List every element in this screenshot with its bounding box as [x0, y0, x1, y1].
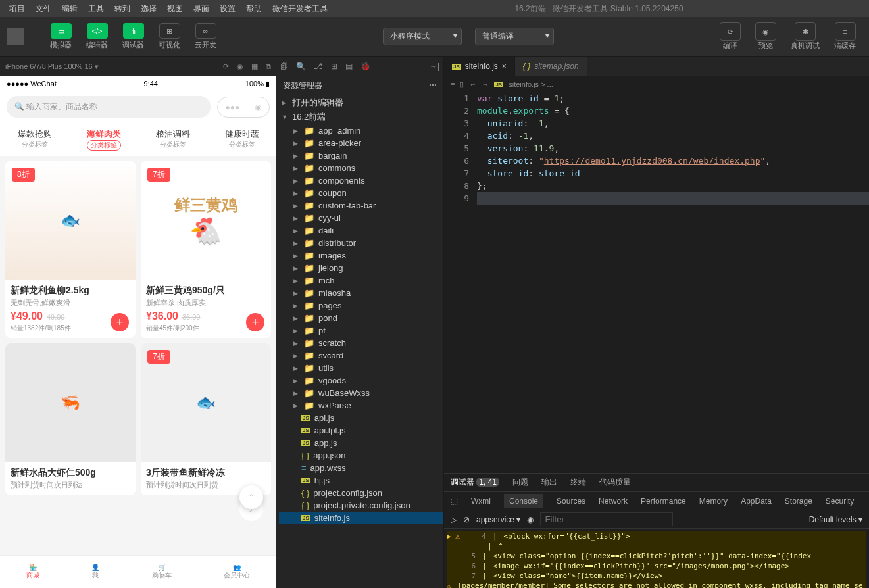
folder-item[interactable]: ▶📁images [279, 249, 443, 262]
play-icon[interactable]: ▷ [451, 515, 457, 524]
folder-item[interactable]: ▶📁utils [279, 362, 443, 374]
eye-icon[interactable]: ◉ [527, 515, 534, 524]
file-item[interactable]: JShj.js [279, 474, 443, 487]
debug-tab[interactable]: 代码质量 [599, 477, 631, 488]
folder-item[interactable]: ▶📁vgoods [279, 374, 443, 387]
extensions-icon[interactable]: ⊞ [331, 62, 337, 71]
debug-tab[interactable]: 终端 [570, 477, 586, 488]
folder-item[interactable]: ▶📁pt [279, 324, 443, 337]
file-item[interactable]: JSapi.tpl.js [279, 424, 443, 437]
folder-item[interactable]: ▶📁commons [279, 162, 443, 174]
folder-item[interactable]: ▶📁mch [279, 274, 443, 287]
folder-item[interactable]: ▶📁coupon [279, 187, 443, 199]
file-item[interactable]: { }project.config.json [279, 487, 443, 499]
menu-item[interactable]: 界面 [188, 3, 214, 14]
nav-member[interactable]: 👥会员中心 [224, 564, 250, 580]
folder-item[interactable]: ▶📁pond [279, 312, 443, 324]
avatar[interactable] [7, 28, 24, 45]
refresh-icon[interactable]: ⟳ [223, 62, 229, 71]
folder-item[interactable]: ▶📁scratch [279, 337, 443, 349]
file-item[interactable]: JSsiteinfo.js [279, 512, 443, 524]
project-root[interactable]: ▼16.2前端 [276, 110, 443, 124]
editor-tab-siteinfo[interactable]: JSsiteinfo.js× [444, 57, 515, 76]
nav-me[interactable]: 👤我 [91, 564, 99, 580]
dev-tab-security[interactable]: Security [826, 497, 854, 506]
folder-item[interactable]: ▶📁area-picker [279, 137, 443, 149]
folder-item[interactable]: ▶📁wuBaseWxss [279, 387, 443, 399]
menu-item[interactable]: 选择 [136, 3, 162, 14]
editor-tab-sitemap[interactable]: { }sitemap.json [515, 57, 587, 76]
cat-tab-1[interactable]: 海鲜肉类分类标签 [87, 128, 121, 151]
more-icon[interactable]: ⋯ [429, 80, 437, 91]
folder-item[interactable]: ▶📁app_admin [279, 124, 443, 137]
dev-tab-appdata[interactable]: AppData [741, 497, 772, 506]
debug-tab[interactable]: 输出 [541, 477, 557, 488]
folder-item[interactable]: ▶📁distributor [279, 237, 443, 249]
popout-icon[interactable]: ⧉ [266, 62, 271, 71]
collapse-icon[interactable]: →| [430, 62, 439, 71]
cloud-button[interactable]: ∞云开发 [188, 20, 223, 53]
menu-item[interactable]: 项目 [4, 3, 30, 14]
inspect-icon[interactable]: ⬚ [451, 497, 458, 506]
file-item[interactable]: JSapi.js [279, 412, 443, 424]
device-selector[interactable]: iPhone 6/7/8 Plus 100% 16 ▾ [5, 62, 99, 71]
folder-item[interactable]: ▶📁miaosha [279, 287, 443, 299]
panel-icon[interactable]: ▤ [345, 62, 353, 71]
file-item[interactable]: ≡app.wxss [279, 462, 443, 474]
dev-tab-sources[interactable]: Sources [557, 497, 585, 506]
search-icon[interactable]: 🔍 [296, 62, 306, 71]
preview-button[interactable]: ◉预览 [749, 20, 783, 53]
close-icon[interactable]: × [502, 62, 507, 71]
file-item[interactable]: { }project.private.config.json [279, 499, 443, 512]
folder-item[interactable]: ▶📁pages [279, 299, 443, 312]
menu-item[interactable]: 文件 [30, 3, 57, 14]
menu-item[interactable]: 工具 [83, 3, 109, 14]
mode-dropdown[interactable]: 小程序模式 [383, 28, 462, 45]
context-dropdown[interactable]: appservice ▾ [476, 515, 520, 524]
folder-item[interactable]: ▶📁cyy-ui [279, 212, 443, 224]
console-output[interactable]: ▶ ⚠4| <block wx:for="{{cat_list}}"> | ^ … [444, 529, 869, 588]
folder-item[interactable]: ▶📁jielong [279, 262, 443, 274]
dev-tab-network[interactable]: Network [599, 497, 628, 506]
compile-dropdown[interactable]: 普通编译 [475, 28, 554, 45]
bookmark-icon[interactable]: ▯ [460, 80, 464, 89]
product-card[interactable]: 8折 🐟 新鲜龙利鱼柳2.5kg 无刺无骨,鲜嫩爽滑 ¥49.0049.00 销… [5, 161, 136, 338]
folder-item[interactable]: ▶📁bargain [279, 149, 443, 162]
folder-item[interactable]: ▶📁svcard [279, 349, 443, 362]
product-card[interactable]: 7折 🐟 3斤装带鱼新鲜冷冻 预计到货时间次日到货 [141, 343, 271, 495]
editor-button[interactable]: </>编辑器 [80, 20, 114, 53]
list-icon[interactable]: ≡ [451, 80, 455, 88]
debug-tab-debugger[interactable]: 调试器 1, 41 [451, 477, 499, 488]
dev-tab-console[interactable]: Console [504, 494, 543, 508]
files-icon[interactable]: 🗐 [280, 62, 288, 71]
file-item[interactable]: JSapp.js [279, 437, 443, 449]
nav-cart[interactable]: 🛒购物车 [152, 564, 172, 580]
add-to-cart-button[interactable]: + [111, 313, 129, 331]
folder-item[interactable]: ▶📁components [279, 174, 443, 187]
folder-item[interactable]: ▶📁daili [279, 224, 443, 237]
scan-icon[interactable]: ▦ [251, 62, 258, 71]
debug-tab[interactable]: 问题 [512, 477, 528, 488]
cat-tab-3[interactable]: 健康时蔬分类标签 [225, 128, 259, 151]
clear-icon[interactable]: ⊘ [463, 515, 470, 524]
file-item[interactable]: { }app.json [279, 449, 443, 462]
dev-tab-storage[interactable]: Storage [785, 497, 812, 506]
cat-tab-0[interactable]: 爆款抢购分类标签 [18, 128, 52, 151]
clear-cache-button[interactable]: ≡清缓存 [828, 20, 862, 53]
folder-item[interactable]: ▶📁wxParse [279, 399, 443, 412]
device-debug-button[interactable]: ✱真机调试 [784, 20, 826, 53]
simulator-button[interactable]: ▭模拟器 [43, 20, 78, 53]
menu-item[interactable]: 视图 [162, 3, 188, 14]
scroll-top-button[interactable]: ⌃ [239, 485, 263, 509]
dev-tab-memory[interactable]: Memory [699, 497, 728, 506]
nav-back-icon[interactable]: ← [469, 80, 476, 88]
dev-tab-performance[interactable]: Performance [641, 497, 686, 506]
menu-item[interactable]: 帮助 [241, 3, 267, 14]
add-to-cart-button[interactable]: + [246, 313, 264, 331]
levels-dropdown[interactable]: Default levels ▾ [809, 515, 862, 524]
branch-icon[interactable]: ⎇ [314, 62, 323, 71]
menu-item[interactable]: 微信开发者工具 [267, 3, 333, 14]
menu-item[interactable]: 设置 [214, 3, 241, 14]
folder-item[interactable]: ▶📁custom-tab-bar [279, 199, 443, 212]
product-card[interactable]: 7折 鲜三黄鸡🐔 新鲜三黄鸡950g/只 新鲜宰杀,肉质厚实 ¥36.0036.… [141, 161, 271, 338]
